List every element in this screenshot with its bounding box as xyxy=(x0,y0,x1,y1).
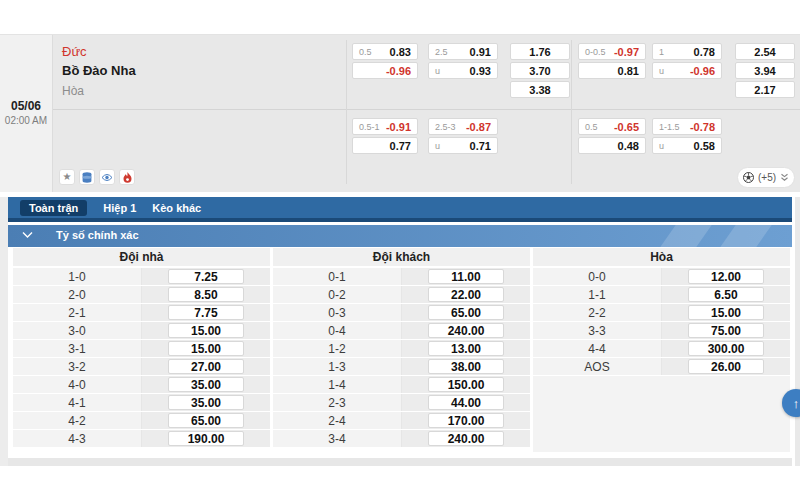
odds-button[interactable]: u-0.96 xyxy=(652,62,722,79)
odds-button[interactable]: 2.5-3-0.87 xyxy=(428,118,498,135)
odds-button[interactable]: 3.38 xyxy=(510,81,570,98)
markets-button[interactable] xyxy=(79,169,95,185)
score-odds-button[interactable]: 35.00 xyxy=(168,395,244,410)
score-odds-button[interactable]: 13.00 xyxy=(428,341,504,356)
score-row: 2-215.00 xyxy=(533,304,790,322)
tab-first-half[interactable]: Hiệp 1 xyxy=(103,202,136,214)
odds-button[interactable]: u0.71 xyxy=(428,137,498,154)
score-odds-cell: 38.00 xyxy=(402,358,530,375)
chevron-down-icon[interactable] xyxy=(22,231,33,239)
score-row: 4-265.00 xyxy=(13,412,270,430)
odds-button[interactable]: 1-1.5-0.78 xyxy=(652,118,722,135)
score-odds-button[interactable]: 27.00 xyxy=(168,359,244,374)
more-markets-button[interactable]: (+5) xyxy=(737,167,795,188)
score-odds-cell: 6.50 xyxy=(662,286,790,303)
odds-button[interactable]: 2.54 xyxy=(735,43,795,60)
score-odds-button[interactable]: 6.50 xyxy=(688,287,764,302)
odds-button[interactable]: 0.50.83 xyxy=(352,43,418,60)
eye-icon xyxy=(101,173,113,182)
odds-button[interactable]: 0.77 xyxy=(352,137,418,154)
score-odds-button[interactable]: 44.00 xyxy=(428,395,504,410)
favorite-button[interactable]: ★ xyxy=(59,169,75,185)
score-odds-button[interactable]: 240.00 xyxy=(428,431,504,446)
odds-button[interactable]: 0.81 xyxy=(578,62,646,79)
home-team-name[interactable]: Đức xyxy=(62,44,87,59)
odds-button[interactable]: 3.94 xyxy=(735,62,795,79)
score-odds-cell: 15.00 xyxy=(142,322,270,339)
score-odds-button[interactable]: 38.00 xyxy=(428,359,504,374)
draw-label: Hòa xyxy=(62,84,84,98)
flame-icon xyxy=(123,172,132,183)
score-odds-button[interactable]: 22.00 xyxy=(428,287,504,302)
score-odds-cell: 12.00 xyxy=(662,268,790,285)
odds-button[interactable]: -0.96 xyxy=(352,62,418,79)
score-odds-cell: 35.00 xyxy=(142,394,270,411)
score-odds-button[interactable]: 240.00 xyxy=(428,323,504,338)
odds-button[interactable]: 3.70 xyxy=(510,62,570,79)
score-odds-button[interactable]: 15.00 xyxy=(168,341,244,356)
score-row: 3-015.00 xyxy=(13,322,270,340)
score-label: 2-0 xyxy=(13,286,142,303)
hot-match-button[interactable] xyxy=(119,169,135,185)
score-label: 3-4 xyxy=(273,430,402,447)
odds-button[interactable]: 0.5-0.65 xyxy=(578,118,646,135)
score-odds-button[interactable]: 65.00 xyxy=(168,413,244,428)
score-label: 4-4 xyxy=(533,340,662,357)
score-label: 4-2 xyxy=(13,412,142,429)
odds-button[interactable]: 0.5-1-0.91 xyxy=(352,118,418,135)
odds-button[interactable]: 1.76 xyxy=(510,43,570,60)
score-label: 4-3 xyxy=(13,430,142,447)
score-label: 1-4 xyxy=(273,376,402,393)
odds-button[interactable]: 2.50.91 xyxy=(428,43,498,60)
score-odds-button[interactable]: 65.00 xyxy=(428,305,504,320)
odds-button[interactable]: u0.93 xyxy=(428,62,498,79)
tab-other-odds[interactable]: Kèo khác xyxy=(152,202,201,214)
double-chevron-down-icon xyxy=(780,173,789,182)
odds-line-label: 1-1.5 xyxy=(659,122,680,132)
score-odds-button[interactable]: 11.00 xyxy=(428,269,504,284)
score-row: 1-16.50 xyxy=(533,286,790,304)
tab-full-match[interactable]: Toàn trận xyxy=(20,200,87,216)
score-odds-button[interactable]: 15.00 xyxy=(688,305,764,320)
score-odds-button[interactable]: 7.75 xyxy=(168,305,244,320)
score-odds-cell: 8.50 xyxy=(142,286,270,303)
odds-button[interactable]: 2.17 xyxy=(735,81,795,98)
odds-line-label: u xyxy=(435,141,440,151)
odds-button[interactable]: 0.48 xyxy=(578,137,646,154)
score-odds-cell: 15.00 xyxy=(142,340,270,357)
score-odds-button[interactable]: 300.00 xyxy=(688,341,764,356)
score-odds-button[interactable]: 15.00 xyxy=(168,323,244,338)
section-title: Tỷ số chính xác xyxy=(56,229,139,241)
score-odds-button[interactable]: 190.00 xyxy=(168,431,244,446)
over-under-odds-h1-2: 1-1.5-0.78u0.58 xyxy=(652,118,722,156)
correct-score-section-header[interactable]: Tỷ số chính xác xyxy=(8,225,792,247)
database-icon xyxy=(82,172,92,183)
away-team-name[interactable]: Bồ Đào Nha xyxy=(62,63,136,78)
score-odds-button[interactable]: 170.00 xyxy=(428,413,504,428)
score-odds-button[interactable]: 26.00 xyxy=(688,359,764,374)
odds-button[interactable]: 0-0.5-0.97 xyxy=(578,43,646,60)
score-odds-cell: 240.00 xyxy=(402,322,530,339)
score-odds-button[interactable]: 12.00 xyxy=(688,269,764,284)
score-odds-cell: 7.75 xyxy=(142,304,270,321)
arrow-up-icon: ↑ xyxy=(793,396,800,411)
score-odds-button[interactable]: 35.00 xyxy=(168,377,244,392)
odds-line-label: 0.5-1 xyxy=(359,122,380,132)
odds-value: 0.81 xyxy=(618,65,639,77)
score-odds-button[interactable]: 75.00 xyxy=(688,323,764,338)
score-odds-button[interactable]: 150.00 xyxy=(428,377,504,392)
score-group-draw: 0-012.001-16.502-215.003-375.004-4300.00… xyxy=(533,268,790,452)
odds-value: 3.70 xyxy=(529,65,550,77)
score-row: 2-4170.00 xyxy=(273,412,530,430)
score-odds-button[interactable]: 8.50 xyxy=(168,287,244,302)
odds-button[interactable]: 10.78 xyxy=(652,43,722,60)
score-odds-cell: 26.00 xyxy=(662,358,790,375)
watch-button[interactable] xyxy=(99,169,115,185)
score-odds-cell: 65.00 xyxy=(402,304,530,321)
scrollbar-track[interactable] xyxy=(795,197,800,466)
odds-line-label: u xyxy=(435,66,440,76)
odds-button[interactable]: u0.58 xyxy=(652,137,722,154)
score-odds-button[interactable]: 7.25 xyxy=(168,269,244,284)
match-time: 02:00 AM xyxy=(0,115,52,126)
odds-value: 0.78 xyxy=(694,46,715,58)
